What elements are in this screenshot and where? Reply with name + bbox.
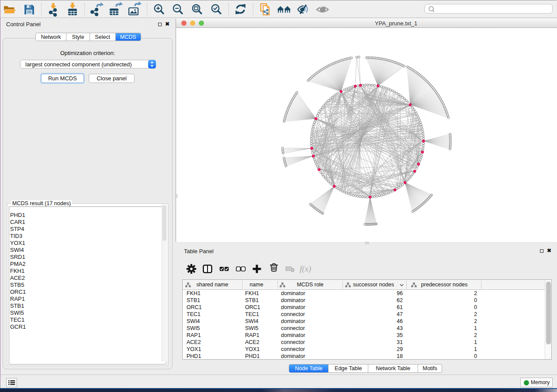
svg-text:f(x): f(x) <box>300 264 311 274</box>
